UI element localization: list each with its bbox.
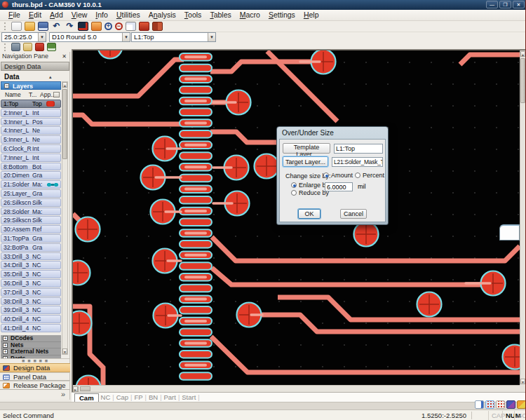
template-layer-button[interactable]: Template Layer... bbox=[283, 143, 330, 154]
tab-fp[interactable]: FP bbox=[132, 393, 144, 402]
highlight-icon[interactable] bbox=[91, 22, 102, 31]
chevron-down-icon[interactable]: ▼ bbox=[38, 33, 46, 41]
title-bar[interactable]: thurs.bpd - CAM350 V 10.0.1 —❐✕ bbox=[0, 0, 526, 10]
layer-row-25-layer-[interactable]: 25:Layer_Gra bbox=[1, 189, 61, 198]
menu-item-analysis[interactable]: Analysis bbox=[144, 10, 180, 20]
layer-row-7-inner-l[interactable]: 7:Inner_LInt bbox=[1, 154, 61, 162]
redraw-icon[interactable] bbox=[78, 22, 88, 31]
new-sheet-icon[interactable] bbox=[126, 22, 136, 31]
save-icon[interactable] bbox=[38, 22, 48, 31]
redo-icon[interactable]: ↷ bbox=[65, 22, 75, 31]
view-button-release-package[interactable]: Release Package bbox=[0, 381, 70, 390]
menu-item-view[interactable]: View bbox=[67, 10, 92, 20]
canvas-hscrollbar[interactable]: ◄ ► bbox=[73, 385, 520, 392]
ok-button[interactable]: OK bbox=[298, 209, 321, 219]
chevron-down-icon[interactable]: ▼ bbox=[122, 33, 130, 41]
layer-row-21-solder[interactable]: 21:SolderMa: bbox=[1, 180, 61, 189]
dcode-combo[interactable]: D10 Round 5.0 ▼ bbox=[49, 32, 130, 42]
screen-capture-icon[interactable] bbox=[139, 22, 149, 31]
scrollbar-thumb[interactable] bbox=[520, 58, 525, 103]
zoom-out-icon[interactable]: − bbox=[115, 22, 123, 30]
amount-input[interactable] bbox=[325, 182, 353, 191]
library-icon[interactable] bbox=[152, 22, 163, 31]
canvas-vscrollbar[interactable]: ▲ ▼ bbox=[520, 50, 526, 385]
layer-row-38-drill-3[interactable]: 38:Drill_3NC bbox=[1, 297, 61, 306]
expand-icon[interactable]: + bbox=[3, 349, 8, 354]
pane-options-chevron[interactable]: » bbox=[61, 390, 65, 398]
layer-row-29-silkscn[interactable]: 29:SilkscnSilk bbox=[1, 216, 61, 224]
scroll-down-icon[interactable]: ▼ bbox=[62, 348, 67, 354]
tab-bn[interactable]: BN bbox=[147, 393, 160, 402]
chevron-down-icon[interactable]: ▼ bbox=[208, 33, 215, 41]
save-env-icon[interactable] bbox=[47, 43, 56, 51]
layer-row-1-top[interactable]: 1:TopTop bbox=[1, 100, 61, 108]
column-type[interactable]: T... bbox=[29, 90, 36, 99]
scrollbar-thumb[interactable] bbox=[80, 386, 90, 391]
scrollbar-thumb[interactable] bbox=[62, 89, 67, 159]
layer-row-26-silkscn[interactable]: 26:SilkscnSilk bbox=[1, 198, 61, 207]
tree-item-external-nets[interactable]: +External Nets bbox=[1, 348, 61, 355]
layer-row-2-inner-l[interactable]: 2:Inner_LInt bbox=[1, 109, 61, 117]
column-settings-icon[interactable] bbox=[53, 92, 60, 97]
layer-row-20-dimen[interactable]: 20:DimenGra bbox=[1, 171, 61, 179]
layer-row-6-clock-r[interactable]: 6:Clock_RInt bbox=[1, 144, 61, 153]
reduce-radio[interactable] bbox=[291, 190, 297, 196]
enlarge-radio[interactable] bbox=[291, 182, 297, 188]
close-button[interactable]: ✕ bbox=[513, 1, 525, 8]
toolbar-grip[interactable] bbox=[4, 43, 6, 51]
target-layer-field[interactable]: L21:Solder_Mask_Top bbox=[332, 157, 383, 167]
grid-combo[interactable]: 25.0:25.0 ▼ bbox=[1, 32, 46, 42]
column-name[interactable]: Name bbox=[5, 90, 21, 99]
tab-start[interactable]: Start bbox=[180, 393, 198, 402]
menu-item-edit[interactable]: Edit bbox=[25, 10, 46, 20]
layer-row-3-inner-l[interactable]: 3:Inner_LPos bbox=[1, 118, 61, 126]
menu-item-utilities[interactable]: Utilities bbox=[112, 10, 144, 20]
menu-item-tools[interactable]: Tools bbox=[180, 10, 206, 20]
close-icon[interactable]: ✕ bbox=[60, 53, 68, 60]
layer-row-34-drill-3[interactable]: 34:Drill_3NC bbox=[1, 261, 61, 269]
collapse-arrow-icon[interactable]: ▴ bbox=[49, 74, 52, 80]
zoom-in-icon[interactable]: + bbox=[104, 22, 112, 30]
swap-layers-icon[interactable] bbox=[517, 400, 526, 409]
menu-item-settings[interactable]: Settings bbox=[264, 10, 299, 20]
amount-radio[interactable] bbox=[323, 172, 329, 178]
minimize-button[interactable]: — bbox=[486, 1, 498, 8]
red-box-icon[interactable] bbox=[35, 43, 44, 51]
layer-combo[interactable]: L1:Top ▼ bbox=[131, 32, 216, 42]
layer-row-40-drill-4[interactable]: 40:Drill_4NC bbox=[1, 315, 61, 323]
tab-part[interactable]: Part bbox=[161, 393, 177, 402]
tab-cap[interactable]: Cap bbox=[114, 393, 130, 402]
workspace-tool-icon[interactable] bbox=[11, 43, 20, 51]
layer-row-32-botpa[interactable]: 32:BotPaGra bbox=[1, 243, 61, 252]
amount-radio-label[interactable]: Amount bbox=[331, 172, 353, 179]
scroll-up-icon[interactable]: ▲ bbox=[62, 82, 67, 88]
scroll-up-icon[interactable]: ▲ bbox=[520, 51, 525, 57]
maximize-button[interactable]: ❐ bbox=[499, 1, 511, 8]
scroll-down-icon[interactable]: ▼ bbox=[520, 379, 525, 384]
layer-row-5-inner-l[interactable]: 5:Inner_LNe bbox=[1, 135, 61, 144]
view-button-design-data[interactable]: Design Data bbox=[0, 363, 70, 372]
layer-row-4-inner-l[interactable]: 4:Inner_LNe bbox=[1, 126, 61, 135]
template-layer-field[interactable]: L1:Top bbox=[334, 144, 383, 154]
menu-item-add[interactable]: Add bbox=[46, 10, 67, 20]
new-file-icon[interactable] bbox=[11, 22, 22, 31]
tab-nc[interactable]: NC bbox=[99, 393, 113, 402]
layer-row-28-solder[interactable]: 28:SolderMa: bbox=[1, 208, 61, 216]
nav-scrollbar[interactable]: ▲ ▼ bbox=[62, 81, 68, 355]
dialog-title-bar[interactable]: Over/Under Size bbox=[279, 127, 386, 139]
layer-row-33-drill-3[interactable]: 33:Drill_3NC bbox=[1, 252, 61, 261]
expand-icon[interactable]: + bbox=[3, 336, 8, 341]
layer-row-37-drill-3[interactable]: 37:Drill_3NC bbox=[1, 288, 61, 297]
menu-item-macro[interactable]: Macro bbox=[236, 10, 264, 20]
layers-node[interactable]: − Layers bbox=[1, 81, 61, 90]
layer-row-36-drill-3[interactable]: 36:Drill_3NC bbox=[1, 279, 61, 287]
menu-item-help[interactable]: Help bbox=[299, 10, 323, 20]
layer-row-30-assem[interactable]: 30:AssemRef bbox=[1, 225, 61, 233]
cancel-button[interactable]: Cancel bbox=[340, 209, 367, 219]
scroll-right-icon[interactable]: ► bbox=[73, 386, 78, 392]
undo-icon[interactable]: ↶ bbox=[51, 22, 62, 31]
collapse-expander-icon[interactable]: − bbox=[4, 83, 9, 88]
layer-row-31-toppa[interactable]: 31:TopPaGra bbox=[1, 234, 61, 243]
pane-splitter[interactable]: ■ ■ ■ ■ ■ bbox=[1, 358, 69, 363]
layer-row-8-bottom[interactable]: 8:BottomBot bbox=[1, 163, 61, 171]
